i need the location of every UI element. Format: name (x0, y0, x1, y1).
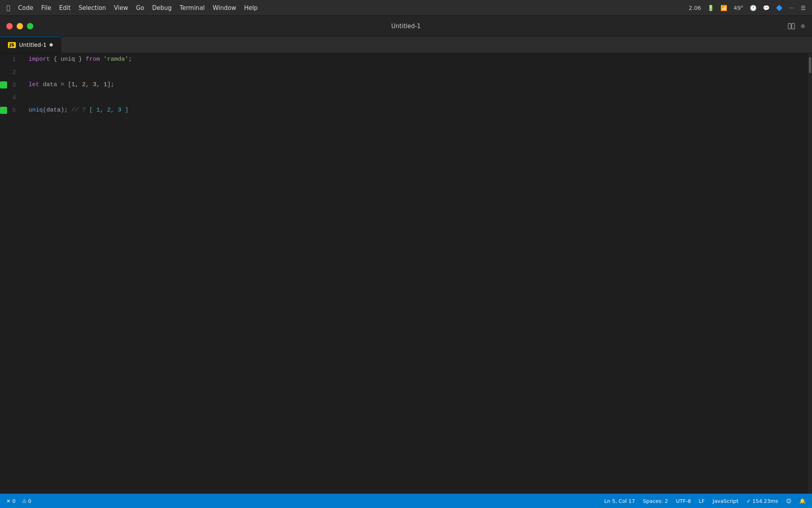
language-mode[interactable]: JavaScript (712, 498, 738, 504)
notifications-bell[interactable]: 🔔 (799, 498, 806, 504)
cursor-position[interactable]: Ln 5, Col 17 (604, 498, 635, 504)
token-bracket-open: [ (64, 79, 71, 91)
tabbar: JS Untitled-1 (0, 37, 812, 53)
bp-line3 (0, 79, 10, 91)
window-controls (6, 23, 33, 29)
statusbar-right: Ln 5, Col 17 Spaces: 2 UTF-8 LF JavaScri… (604, 498, 806, 504)
emoji-button[interactable]: 😊 (786, 498, 791, 504)
menubar-left:  Code File Edit Selection View Go Debug… (6, 4, 258, 12)
token-import: import (29, 53, 50, 66)
token-comma2: , (86, 79, 93, 91)
window-title: Untitled-1 (391, 23, 421, 30)
statusbar-left: ✕ 0 ⚠ 0 (6, 498, 31, 504)
token-num3: 3 (93, 79, 96, 91)
maximize-button[interactable] (27, 23, 33, 29)
line-ending[interactable]: LF (699, 498, 705, 504)
menu-go[interactable]: Go (136, 4, 144, 12)
menu-selection[interactable]: Selection (79, 4, 106, 12)
token-data-var: data (39, 79, 61, 91)
token-data-arg: data (46, 104, 61, 117)
token-paren-close: ); (61, 104, 68, 117)
clock-icon: 🕐 (750, 5, 756, 11)
encoding[interactable]: UTF-8 (676, 498, 691, 504)
token-uniq: uniq (61, 53, 75, 66)
svg-point-2 (801, 24, 805, 28)
menu-terminal[interactable]: Terminal (180, 4, 205, 12)
code-line-1: import { uniq } from 'ramda' ; (29, 53, 808, 66)
timing: ✓ 154.23ms (746, 498, 778, 504)
more-icon[interactable]: ··· (789, 5, 794, 11)
error-count[interactable]: ✕ 0 (6, 498, 15, 504)
titlebar: Untitled-1 (0, 16, 812, 37)
token-comma3: , (96, 79, 103, 91)
time-display: 2.06 (689, 5, 701, 11)
menubar:  Code File Edit Selection View Go Debug… (0, 0, 812, 16)
split-editor-icon[interactable] (787, 22, 795, 30)
bp-line1 (0, 53, 10, 66)
more-actions-icon[interactable] (800, 23, 806, 29)
token-equals: = (61, 79, 64, 91)
list-icon: ☰ (801, 5, 806, 11)
token-let: let (29, 79, 39, 91)
bp-line5 (0, 104, 10, 117)
menu-view[interactable]: View (114, 4, 128, 12)
close-button[interactable] (6, 23, 13, 29)
menu-window[interactable]: Window (213, 4, 236, 12)
warning-count[interactable]: ⚠ 0 (22, 498, 31, 504)
minimize-button[interactable] (17, 23, 23, 29)
menu-file[interactable]: File (41, 4, 51, 12)
token-bracket-close: ]; (107, 79, 114, 91)
wechat-icon: 💬 (763, 5, 770, 11)
battery-icon: 🔋 (707, 5, 714, 11)
editor-area: 1 2 3 4 5 import { uniq } from 'ramda' ;… (0, 53, 812, 494)
token-uniq-call: uniq (29, 104, 43, 117)
token-num2: 2 (82, 79, 86, 91)
menu-edit[interactable]: Edit (59, 4, 71, 12)
tab-label: Untitled-1 (19, 42, 46, 48)
token-ramda: 'ramda' (103, 53, 128, 66)
editor-scrollbar[interactable] (808, 53, 812, 494)
token-comment: // ? (68, 104, 89, 117)
token-num1: 1 (71, 79, 75, 91)
tab-untitled1[interactable]: JS Untitled-1 (0, 37, 61, 53)
code-content[interactable]: import { uniq } from 'ramda' ; let data … (24, 53, 808, 494)
token-comma1: , (75, 79, 82, 91)
line-gutter: 1 2 3 4 5 (0, 53, 24, 494)
statusbar: ✕ 0 ⚠ 0 Ln 5, Col 17 Spaces: 2 UTF-8 LF … (0, 494, 812, 508)
titlebar-actions (787, 22, 806, 30)
code-line-2 (29, 66, 808, 79)
menu-debug[interactable]: Debug (152, 4, 172, 12)
svg-rect-0 (788, 23, 791, 29)
token-brace-open: { (50, 53, 61, 66)
token-paren-open: ( (43, 104, 46, 117)
tab-language-badge: JS (8, 42, 16, 48)
code-line-3: let data = [ 1 , 2 , 3 , 1 ]; (29, 79, 808, 91)
breakpoint-line3[interactable] (0, 81, 7, 89)
temperature: 49° (733, 5, 743, 11)
code-line-5: uniq ( data ); // ? [ 1, 2, 3 ] (29, 104, 808, 117)
tab-modified-dot (50, 43, 53, 46)
bp-line4 (0, 91, 10, 104)
token-space1 (100, 53, 103, 66)
menu-help[interactable]: Help (244, 4, 258, 12)
menu-code[interactable]: Code (18, 4, 33, 12)
wifi-icon: 📶 (720, 5, 727, 11)
scrollbar-thumb[interactable] (809, 57, 811, 73)
code-line-4 (29, 91, 808, 104)
token-brace-close: } (75, 53, 86, 66)
token-result: [ 1, 2, 3 ] (89, 104, 128, 117)
token-semi1: ; (128, 53, 132, 66)
apple-menu[interactable]:  (6, 4, 10, 12)
bp-line2 (0, 66, 10, 79)
breakpoint-line5[interactable] (0, 107, 7, 114)
finder-icon: 🔷 (776, 5, 783, 11)
token-num4: 1 (103, 79, 107, 91)
indentation[interactable]: Spaces: 2 (643, 498, 668, 504)
token-from: from (86, 53, 100, 66)
menubar-right: 2.06 🔋 📶 49° 🕐 💬 🔷 ··· ☰ (689, 5, 806, 11)
error-icon: ✕ (6, 498, 11, 504)
svg-rect-1 (792, 23, 795, 29)
warning-icon: ⚠ (22, 498, 27, 504)
